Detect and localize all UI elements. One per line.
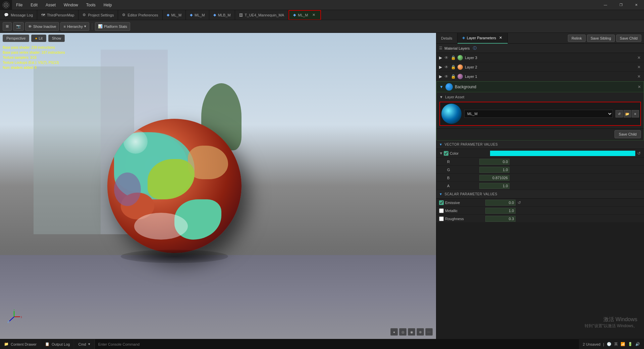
perspective-btn[interactable]: Perspective (3, 35, 29, 42)
emissive-checkbox[interactable] (439, 200, 444, 205)
layer-3-close-icon[interactable]: ✕ (637, 55, 641, 60)
asset-name-dropdown[interactable]: ML_M (464, 110, 613, 118)
r-value[interactable]: 0.0 (479, 159, 509, 165)
g-value[interactable]: 1.0 (479, 167, 509, 173)
tab-editor-prefs[interactable]: ⚙ Editor Preferences (118, 10, 162, 20)
color-reset-icon[interactable]: ↺ (637, 151, 641, 156)
tab-layer-params-close[interactable]: ✕ (498, 36, 503, 40)
save-child-button-header[interactable]: Save Child (616, 35, 641, 42)
hierarchy-label: Hierarchy (67, 24, 83, 29)
tab-project-settings[interactable]: ⚙ Project Settings (78, 10, 118, 20)
toolbar-layout-btn[interactable]: ⊞ (3, 22, 12, 31)
roughness-value[interactable]: 0.3 (485, 216, 516, 222)
color-expand-icon[interactable]: ▼ (439, 151, 443, 156)
color-swatch[interactable] (490, 151, 635, 156)
asset-options-btn[interactable]: ≡ (632, 110, 639, 117)
layer-asset-header: ▼ Layer Asset (439, 95, 641, 99)
toolbar-camera-btn[interactable]: 📷 (13, 22, 24, 31)
background-expand-icon[interactable]: ▼ (439, 85, 443, 89)
layer-2-expand-icon[interactable]: ▶ (439, 65, 442, 69)
hierarchy-chevron-icon: ▾ (84, 24, 86, 29)
asset-nav-back-btn[interactable]: ↺ (615, 110, 623, 117)
console-input[interactable] (95, 339, 579, 349)
tab-t-ue4[interactable]: 🖼 T_UE4_Mannequin_MA (235, 10, 288, 20)
scalar-params-expand-icon[interactable]: ▼ (439, 192, 442, 196)
color-checkbox[interactable] (444, 151, 448, 156)
layer-row-3[interactable]: ▶ 👁 🔒 Layer 3 ✕ (436, 53, 644, 62)
tab-ml-m-active[interactable]: ◆ ML_M ✕ (288, 10, 321, 20)
tab-details[interactable]: Details (436, 33, 458, 44)
save-child-button-2[interactable]: Save Child (614, 130, 641, 138)
emissive-reset-icon[interactable]: ↺ (517, 200, 522, 205)
tab-bar: 💬 Message Log 🗺 ThirdPersonMap ⚙ Project… (0, 10, 644, 20)
tab-ml-m-2[interactable]: ◆ ML_M (186, 10, 209, 20)
menu-file[interactable]: File (12, 0, 26, 10)
tab-ml-m-1[interactable]: ◆ ML_M (163, 10, 186, 20)
asset-browse-btn[interactable]: 📂 (624, 110, 631, 117)
menu-tools[interactable]: Tools (82, 0, 100, 10)
debug-line-3: Texture samplers: 3/16 (3, 55, 65, 60)
layer-2-lock-icon[interactable]: 🔒 (451, 65, 455, 69)
vp-ctrl-5[interactable]: ⋯ (425, 328, 433, 336)
debug-line-4: Texture Lookups (Est.): VS(7), PS(13) (3, 60, 65, 65)
hierarchy-btn[interactable]: ≡ Hierarchy ▾ (60, 22, 89, 31)
menu-asset[interactable]: Asset (42, 0, 60, 10)
roughness-checkbox[interactable] (439, 216, 444, 221)
tab-mlb-m[interactable]: ◆ MLB_M (209, 10, 235, 20)
save-sibling-button[interactable]: Save Sibling (587, 35, 615, 42)
background-close-icon[interactable]: ✕ (638, 85, 641, 89)
emissive-value[interactable]: 0.0 (485, 200, 516, 206)
relink-button[interactable]: Relink (568, 35, 586, 42)
vp-ctrl-3[interactable]: ◉ (408, 328, 415, 336)
material-layers-expand-icon[interactable]: ☰ (439, 46, 442, 50)
layer-row-2[interactable]: ▶ 👁 🔒 Layer 2 ✕ (436, 62, 644, 72)
material-layers-add-icon[interactable]: ⓘ (473, 46, 477, 51)
lit-btn[interactable]: ● Lit (31, 35, 46, 42)
tab-third-person-map[interactable]: 🗺 ThirdPersonMap (37, 10, 78, 20)
layer-1-expand-icon[interactable]: ▶ (439, 74, 442, 79)
tab-close-ml-active[interactable]: ✕ (312, 13, 316, 17)
menu-edit[interactable]: Edit (26, 0, 42, 10)
svg-text:X: X (21, 315, 22, 319)
layer-2-close-icon[interactable]: ✕ (637, 65, 641, 69)
layer-1-close-icon[interactable]: ✕ (637, 74, 641, 79)
vp-ctrl-2[interactable]: ◎ (399, 328, 407, 336)
menu-help[interactable]: Help (100, 0, 116, 10)
menu-window[interactable]: Window (60, 0, 82, 10)
svg-point-2 (5, 4, 7, 6)
debug-info: Base pass shader: 239 instructions Base … (3, 45, 65, 70)
minimize-button[interactable]: — (598, 0, 613, 10)
vp-ctrl-4[interactable]: ⊕ (417, 328, 424, 336)
layer-asset-expand-icon[interactable]: ▼ (439, 95, 443, 99)
tab-message-log[interactable]: 💬 Message Log (0, 10, 37, 20)
layer-1-icon (458, 74, 463, 79)
metallic-value[interactable]: 1.0 (485, 208, 516, 214)
r-label: R (439, 160, 479, 164)
viewport[interactable]: Perspective ● Lit Show Base pass shader:… (0, 33, 436, 339)
show-inactive-btn[interactable]: 👁 Show Inactive (25, 22, 59, 31)
maximize-button[interactable]: ❐ (613, 0, 629, 10)
layer-2-eye-icon[interactable]: 👁 (444, 65, 449, 69)
show-btn[interactable]: Show (48, 35, 65, 42)
vector-params-expand-icon[interactable]: ▼ (439, 143, 442, 146)
close-button[interactable]: ✕ (629, 0, 644, 10)
layer-3-lock-icon[interactable]: 🔒 (451, 55, 455, 60)
layer-1-lock-icon[interactable]: 🔒 (451, 74, 455, 79)
content-drawer-btn[interactable]: 📁 Content Drawer (0, 339, 41, 349)
background-header[interactable]: ▼ Background ✕ (437, 82, 644, 92)
vp-ctrl-1[interactable]: ● (390, 328, 398, 336)
tab-label-project: Project Settings (88, 13, 114, 17)
cmd-btn[interactable]: Cmd ▾ (74, 339, 94, 349)
platform-stats-btn[interactable]: 📊 Platform Stats (95, 22, 130, 31)
tab-label-ml2: ML_M (195, 13, 205, 17)
b-value[interactable]: 0.871026 (479, 175, 509, 181)
layer-row-1[interactable]: ▶ 👁 🔒 Layer 1 ✕ (436, 72, 644, 81)
tab-layer-params[interactable]: ◈ Layer Parameters ✕ (458, 33, 508, 44)
a-value[interactable]: 1.0 (479, 183, 509, 189)
layer-1-eye-icon[interactable]: 👁 (444, 74, 449, 79)
metallic-checkbox[interactable] (439, 208, 444, 213)
asset-preview-sphere (441, 104, 462, 124)
layer-3-expand-icon[interactable]: ▶ (439, 55, 442, 60)
output-log-btn[interactable]: 📋 Output Log (41, 339, 74, 349)
layer-3-eye-icon[interactable]: 👁 (444, 55, 449, 60)
